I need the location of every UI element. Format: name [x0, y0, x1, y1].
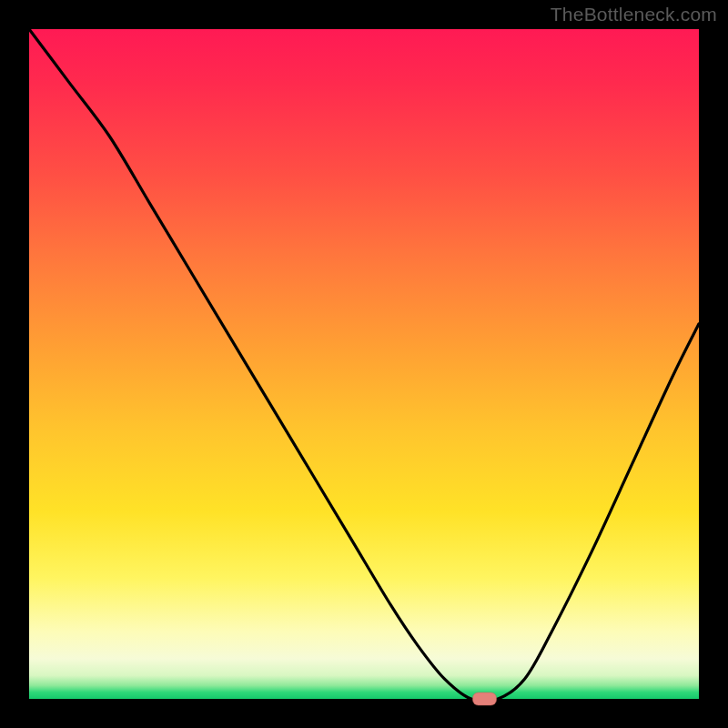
watermark-text: TheBottleneck.com [551, 4, 717, 25]
optimal-marker [473, 693, 497, 705]
chart-svg [29, 29, 699, 699]
bottleneck-curve [29, 29, 699, 702]
chart-frame: TheBottleneck.com [0, 0, 728, 728]
plot-area [29, 29, 699, 699]
